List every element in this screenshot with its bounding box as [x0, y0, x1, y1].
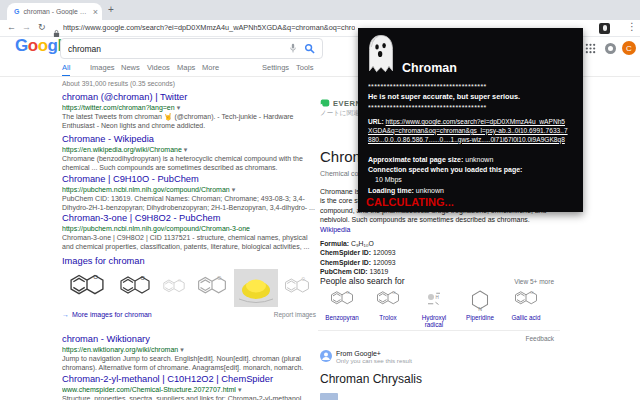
chroman-extension-icon[interactable] [599, 23, 610, 34]
result-snippet: The latest Tweets from chroman 🤘 (@chrom… [62, 112, 316, 131]
result-dropdown-icon[interactable]: ▾ [232, 186, 236, 193]
result-title[interactable]: Chroman-3-one | C9H8O2 - PubChem [62, 213, 316, 224]
apps-grid-icon[interactable] [585, 43, 596, 54]
popup-speed-label: Connection speed when you loaded this pa… [368, 166, 522, 173]
tab-maps[interactable]: Maps [177, 63, 195, 72]
search-nav-tabs: All Images News Videos Maps More Setting… [62, 63, 402, 76]
image-thumbnail[interactable]: O [62, 269, 112, 307]
svg-text:O: O [141, 275, 146, 281]
image-thumbnail[interactable]: O [158, 269, 190, 307]
more-images-link[interactable]: →More images for chroman [62, 311, 152, 318]
tab-news[interactable]: News [121, 63, 140, 72]
feedback-link[interactable]: Feedback [525, 335, 554, 342]
result-dropdown-icon[interactable]: ▾ [238, 386, 242, 393]
popup-speed-value: 10 Mbps [375, 176, 402, 183]
compound-thumbnail: O [320, 288, 364, 312]
extension-circle-icon[interactable] [605, 43, 616, 54]
search-result: chroman - Wiktionary https://en.wiktiona… [62, 334, 316, 373]
gplus-source: From Google+ [336, 350, 412, 357]
result-dropdown-icon[interactable]: ▾ [184, 146, 188, 153]
result-snippet: Chromane (benzodihydropyran) is a hetero… [62, 154, 316, 173]
fact-row: ChemSpider ID: 120093 [320, 249, 396, 257]
popup-tagline: He is not super accurate, but super seri… [368, 92, 520, 101]
popup-status: CALCULATING... [366, 196, 454, 208]
browser-menu-icon[interactable]: ⋮ [627, 21, 637, 32]
view-more-link[interactable]: View 5+ more [514, 278, 554, 285]
back-icon[interactable]: ← [7, 22, 16, 32]
browser-tab[interactable]: G chroman - Google Search × [7, 3, 102, 20]
gplus-thumbnail [320, 393, 338, 400]
image-thumbnail[interactable]: O [191, 269, 233, 307]
result-dropdown-icon[interactable]: ▾ [177, 104, 181, 111]
compound-thumbnail: O [504, 288, 548, 312]
ghost-icon [366, 33, 396, 76]
popup-pagesize-value: unknown [465, 156, 493, 163]
forward-icon[interactable]: → [22, 22, 31, 32]
images-section-title[interactable]: Images for chroman [62, 256, 316, 266]
tab-all[interactable]: All [62, 63, 70, 77]
popup-url-link[interactable]: https://www.google.com/search?ei=dpD0XMm… [368, 118, 568, 143]
reload-icon[interactable]: ↻ [38, 22, 46, 32]
result-title[interactable]: Chromane | C9H10O - PubChem [62, 174, 316, 185]
pasf-item[interactable]: OGallic acid [504, 288, 548, 328]
people-also-search-title: People also search for [320, 276, 405, 286]
popup-pagesize-label: Approximate total page size: [368, 156, 463, 163]
result-snippet: Structure, properties, spectra, supplier… [62, 394, 316, 400]
kp-facts: Formula: C₉H₁₀O ChemSpider ID: 120093 Ch… [320, 240, 396, 278]
result-url[interactable]: https://pubchem.ncbi.nlm.nih.gov/compoun… [62, 186, 230, 193]
search-icon[interactable] [304, 40, 315, 58]
image-thumbnails: O O O O O [62, 269, 316, 307]
chroman-extension-popup: Chroman ********************************… [358, 28, 583, 212]
avatar[interactable]: C [622, 41, 636, 55]
pasf-item[interactable]: OTrolox [366, 288, 410, 328]
pasf-item[interactable]: OBenzopyran [320, 288, 364, 328]
address-bar[interactable]: https://www.google.com/search?ei=dpD0XMm… [63, 23, 355, 32]
result-snippet: Jump to navigation Jump to search. Engli… [62, 354, 316, 373]
svg-text:H: H [436, 295, 439, 300]
result-dropdown-icon[interactable]: ▾ [180, 346, 184, 353]
tab-title: chroman - Google Search [23, 8, 90, 15]
image-thumbnail[interactable]: O [113, 269, 157, 307]
search-result: chroman (@chroman) | Twitter https://twi… [62, 92, 316, 131]
image-thumbnail[interactable] [234, 269, 278, 307]
result-url[interactable]: https://en.wiktionary.org/wiki/chroman [62, 346, 178, 353]
report-images-link[interactable]: Report images [274, 311, 316, 318]
microphone-icon[interactable] [289, 43, 297, 54]
result-title[interactable]: chroman (@chroman) | Twitter [62, 92, 316, 103]
search-box[interactable] [60, 38, 323, 59]
svg-text:O: O [217, 275, 221, 281]
result-url[interactable]: https://en.wikipedia.org/wiki/Chromane [62, 146, 182, 153]
arrow-right-icon: → [62, 311, 69, 318]
tab-more[interactable]: More [202, 63, 219, 72]
popup-loading-value: unknown [416, 187, 444, 194]
tab-settings[interactable]: Settings [262, 63, 289, 72]
tab-tools[interactable]: Tools [296, 63, 314, 72]
result-title[interactable]: chroman - Wiktionary [62, 334, 316, 345]
gplus-avatar-icon [320, 348, 332, 366]
gplus-result-title[interactable]: Chroman Chrysalis [320, 372, 422, 386]
svg-text:O: O [93, 273, 98, 280]
compound-thumbnail: H [412, 288, 456, 312]
svg-text:O: O [392, 290, 395, 295]
svg-text:O: O [346, 290, 349, 295]
result-url[interactable]: www.chemspider.com/Chemical-Structure.20… [62, 386, 236, 393]
svg-text:O: O [302, 277, 306, 282]
search-result: Chromane - Wikipedia https://en.wikipedi… [62, 134, 316, 173]
wikipedia-link[interactable]: Wikipedia [320, 226, 350, 233]
svg-text:O: O [178, 278, 181, 283]
search-input[interactable] [68, 44, 289, 54]
result-title[interactable]: Chroman-2-yl-methanol | C10H12O2 | ChemS… [62, 374, 316, 385]
tab-videos[interactable]: Videos [147, 63, 170, 72]
browser-window: G chroman - Google Search × + ← → ↻ http… [0, 0, 640, 400]
popup-loading-label: Loading time: [368, 187, 414, 194]
result-title[interactable]: Chromane - Wikipedia [62, 134, 316, 145]
pasf-item[interactable]: NPiperidine [458, 288, 502, 328]
tab-images[interactable]: Images [90, 63, 115, 72]
image-thumbnail[interactable]: O [279, 269, 315, 307]
result-url[interactable]: https://twitter.com/chroman?lang=en [62, 104, 175, 111]
pasf-item[interactable]: HHydroxyl radical [412, 288, 456, 328]
search-result: Chroman-2-yl-methanol | C10H12O2 | ChemS… [62, 374, 316, 400]
new-tab-button[interactable]: + [108, 4, 114, 15]
result-url[interactable]: https://pubchem.ncbi.nlm.nih.gov/compoun… [62, 225, 250, 232]
tab-close-icon[interactable]: × [93, 7, 98, 17]
